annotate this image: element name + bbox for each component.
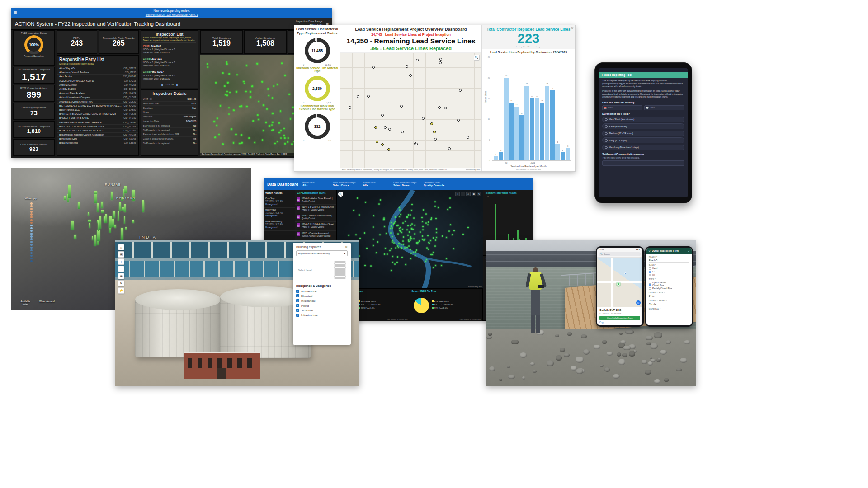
- list-item[interactable]: Baker Parking, LLC CID_EK889: [57, 108, 138, 112]
- close-icon[interactable]: ✕: [345, 245, 348, 249]
- radio-icon[interactable]: [649, 287, 651, 290]
- checkbox-checked-icon[interactable]: ✓: [296, 299, 299, 302]
- submit-check-icon[interactable]: ✓: [688, 249, 690, 253]
- list-item[interactable]: ANGEL JACKIE CID_EX831: [57, 87, 138, 91]
- outfall-shape-select[interactable]: Circular▾: [649, 303, 689, 306]
- zoom-out-icon[interactable]: −: [118, 266, 124, 272]
- list-item[interactable]: B L T 2200 EAST GRAND LLC 6% BERDAN WHIP…: [57, 103, 138, 108]
- list-item[interactable]: BASSETT DUSTIN & KATIE CID_VH932: [57, 116, 138, 120]
- zoom-in-icon[interactable]: +: [455, 192, 460, 196]
- list-item[interactable]: Water Valve 7/31/2024, 9:25 AM Undergrou…: [264, 208, 295, 220]
- list-item[interactable]: Good: 31D-131 NOV's = 0 | Weighted Score…: [143, 56, 196, 69]
- radio-option[interactable]: Closed Pipe: [649, 284, 689, 287]
- list-item[interactable]: BAUMAN DAVID W/BAUMAN SARAH H CID_CR742: [57, 120, 138, 124]
- filter-dropdown[interactable]: Chlorination Runs: Quality Control: [424, 182, 450, 187]
- checkbox-checked-icon[interactable]: ✓: [296, 314, 299, 317]
- next-page-icon[interactable]: ▶: [176, 83, 179, 86]
- list-item[interactable]: Curb Stop 7/31/2024, 9:31 AM Underground: [264, 196, 295, 208]
- list-item[interactable]: Beachwalk at Madison Owners Association …: [57, 132, 138, 136]
- radio-icon[interactable]: [649, 274, 651, 276]
- list-item[interactable]: BAY COLLECTION HOMEOWNERS ASSN CID_NC066: [57, 124, 138, 128]
- category-checkbox-row[interactable]: ✓ Architectural: [296, 289, 348, 294]
- radio-icon[interactable]: [605, 146, 608, 149]
- phone-map[interactable]: ◎: [597, 258, 642, 307]
- lead-map[interactable]: 🔍 Esri Community Maps Contributors, Coun…: [340, 53, 481, 171]
- duration-option[interactable]: Medium (17 - 24 hours): [602, 131, 684, 136]
- copy-button[interactable]: Copy: [599, 321, 640, 324]
- list-item[interactable]: ▤ U1044-1 & U1044-2 - Walnut Street Phas…: [295, 205, 336, 213]
- open-survey-button[interactable]: Open Outfall Inspections Form: [599, 316, 640, 320]
- outfall-size-select[interactable]: 24 in.▾: [649, 295, 689, 298]
- zoom-out-icon[interactable]: −: [461, 192, 465, 196]
- list-item[interactable]: Afton Way HOA CID_OT321: [57, 66, 138, 70]
- locate-icon[interactable]: ➤: [118, 280, 124, 286]
- radio-option[interactable]: LT: [649, 270, 689, 273]
- daylight-icon[interactable]: ⚡: [118, 287, 124, 294]
- radio-icon[interactable]: [605, 125, 608, 128]
- category-checkbox-row[interactable]: ✓ Mechanical: [296, 298, 348, 303]
- list-item[interactable]: Beca Investments CID_LB586: [57, 141, 138, 145]
- flood-date-field[interactable]: 📅 Date: [602, 105, 642, 110]
- list-item[interactable]: Alex Jacobs CID_KW741: [57, 74, 138, 78]
- radio-icon[interactable]: [649, 267, 651, 270]
- category-checkbox-row[interactable]: ✓ Electrical: [296, 294, 348, 299]
- layers-icon[interactable]: ▣: [118, 251, 124, 258]
- list-item[interactable]: Bergelectric Corp CID_XS966: [57, 136, 138, 141]
- list-item[interactable]: Poor: 21C-519 NOV's = 1 | Weighted Score…: [143, 42, 196, 56]
- search-input[interactable]: 🔍 Search: [599, 252, 641, 256]
- list-item[interactable]: ▤ U1044-8 - Walnut Street Phase II | Qua…: [295, 196, 336, 205]
- radio-icon[interactable]: [649, 282, 651, 284]
- list-item[interactable]: ▤ U1044-3 & U1044-4 - Walnut Street Phas…: [295, 222, 336, 230]
- list-item[interactable]: BDJB LEASING OF CANNON FALLS LLC CID_TU9…: [57, 128, 138, 132]
- list-item[interactable]: Army and Navy Academy CID_UV424: [57, 91, 138, 95]
- filter-dropdown[interactable]: Water Status: All: [302, 182, 329, 187]
- filter-dropdown[interactable]: Sewer Status: All: [363, 182, 389, 187]
- banner-links[interactable]: Self verification: 13 | Responsible Part…: [11, 13, 332, 17]
- radio-option[interactable]: RT: [649, 273, 689, 277]
- category-checkbox-row[interactable]: ✓ Infrastructure: [296, 313, 348, 318]
- list-item[interactable]: BARTLETT BRUCE A GAISER JANE M TRUST 02-…: [57, 112, 138, 116]
- radio-option[interactable]: Partially Closed Pipe: [649, 287, 689, 290]
- radio-icon[interactable]: [649, 284, 651, 286]
- duration-option[interactable]: Very Short (few minutes): [602, 117, 684, 122]
- category-checkbox-row[interactable]: ✓ Structural: [296, 308, 348, 313]
- search-icon[interactable]: 🔍: [474, 55, 480, 61]
- checkbox-checked-icon[interactable]: ✓: [296, 309, 299, 312]
- settings-icon[interactable]: ⚙: [571, 26, 574, 30]
- compass-icon[interactable]: ◉: [118, 273, 124, 279]
- radio-icon[interactable]: [605, 132, 608, 135]
- checkbox-checked-icon[interactable]: ✓: [296, 294, 299, 297]
- list-item[interactable]: Albertsons, Vons & Pavilions CID_IT938: [57, 70, 138, 74]
- search-icon[interactable]: 🔍: [338, 192, 343, 197]
- locate-icon[interactable]: ◎: [636, 300, 641, 305]
- menu-icon[interactable]: ≡: [14, 9, 17, 15]
- prev-page-icon[interactable]: ◀: [160, 83, 163, 86]
- filter-dropdown[interactable]: Sewer Asset Date Range: Select Date: [393, 182, 420, 187]
- close-icon[interactable]: ✕: [648, 249, 651, 253]
- reach-select[interactable]: Reach 5▾: [649, 259, 689, 263]
- list-item[interactable]: Ashcraft Investment Company CID_CU503: [57, 95, 138, 99]
- list-item[interactable]: Good: 46B-S207 NOV's = 0 | Weighted Scor…: [143, 69, 196, 82]
- radio-icon[interactable]: [605, 139, 608, 142]
- category-checkbox-row[interactable]: ✓ Piping: [296, 303, 348, 308]
- level-stack-icon[interactable]: [334, 261, 346, 279]
- list-item[interactable]: Aviara at La Costa Greens HOA CID_CD620: [57, 99, 138, 103]
- radio-option[interactable]: Open Channel: [649, 281, 689, 284]
- checkbox-checked-icon[interactable]: ✓: [296, 304, 299, 307]
- list-item[interactable]: Water Main Mixing 7/31/2024, 9:13 AM Und…: [264, 219, 295, 231]
- list-item[interactable]: ALLEN JASON WALLEN KERI D CID_LA216: [57, 79, 138, 83]
- layers-icon[interactable]: ▣: [472, 192, 476, 196]
- bim-scene-view[interactable]: ⌂ ▣ + − ◉ ➤ ⚡ Building explorer ✕ Equali…: [115, 240, 359, 386]
- radio-option[interactable]: Head: [649, 267, 689, 271]
- home-icon[interactable]: ⌂: [118, 244, 124, 250]
- radio-icon[interactable]: [649, 271, 651, 273]
- list-item[interactable]: ▤ U1163 - Walnut Road Relocation | Quali…: [295, 213, 336, 222]
- list-item[interactable]: Andre LeCompte CID_VT255: [57, 83, 138, 87]
- duration-option[interactable]: Short (few hours): [602, 123, 684, 129]
- facility-select[interactable]: Equalization and Blend Facility ▾: [296, 250, 348, 256]
- checkbox-checked-icon[interactable]: ✓: [296, 290, 299, 293]
- outfall-location-dot[interactable]: [617, 283, 620, 286]
- refresh-icon[interactable]: ↻: [477, 192, 481, 196]
- flood-time-field[interactable]: 🕐 Time: [644, 105, 684, 110]
- duration-option[interactable]: Long (1 - 3 days): [602, 137, 684, 143]
